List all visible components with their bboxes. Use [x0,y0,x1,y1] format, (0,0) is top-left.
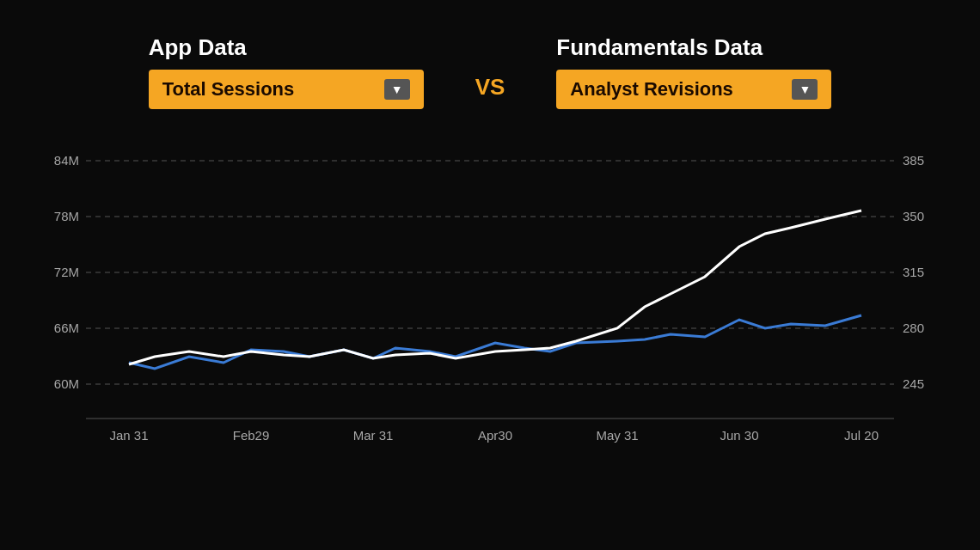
y-label-72m: 72M [54,265,79,279]
y-label-245: 245 [903,376,924,391]
y-label-350: 350 [903,209,924,223]
x-label-may31: May 31 [596,428,638,443]
x-label-jun30: Jun 30 [720,428,758,443]
app-dropdown-arrow: ▼ [384,79,410,100]
x-label-apr30: Apr30 [478,428,512,443]
chart-svg: 84M 78M 72M 66M 60M 385 350 315 280 245 … [17,135,963,461]
y-label-60m: 60M [54,376,79,391]
y-label-280: 280 [903,321,924,335]
x-label-mar31: Mar 31 [353,428,394,443]
app-data-dropdown[interactable]: Total Sessions ▼ [149,70,424,109]
y-label-315: 315 [903,265,924,279]
app-data-title: App Data [149,34,247,61]
y-label-78m: 78M [54,209,79,223]
y-label-66m: 66M [54,321,79,335]
fundamentals-title: Fundamentals Data [556,34,763,61]
app-data-section: App Data Total Sessions ▼ [149,34,424,109]
y-label-385: 385 [903,153,924,168]
main-container: App Data Total Sessions ▼ VS Fundamental… [0,0,980,550]
app-dropdown-label: Total Sessions [162,78,295,101]
white-line [129,211,861,364]
x-label-jul20: Jul 20 [844,428,879,443]
vs-label: VS [475,74,505,101]
header: App Data Total Sessions ▼ VS Fundamental… [17,34,963,109]
x-label-feb29: Feb29 [233,428,270,443]
fundamentals-dropdown-arrow: ▼ [792,79,818,100]
blue-line [129,315,861,369]
x-label-jan31: Jan 31 [109,428,148,443]
fundamentals-dropdown[interactable]: Analyst Revisions ▼ [556,70,831,109]
fundamentals-dropdown-label: Analyst Revisions [570,78,733,101]
fundamentals-section: Fundamentals Data Analyst Revisions ▼ [556,34,831,109]
y-label-84m: 84M [54,153,79,168]
chart-area: 84M 78M 72M 66M 60M 385 350 315 280 245 … [17,135,963,461]
